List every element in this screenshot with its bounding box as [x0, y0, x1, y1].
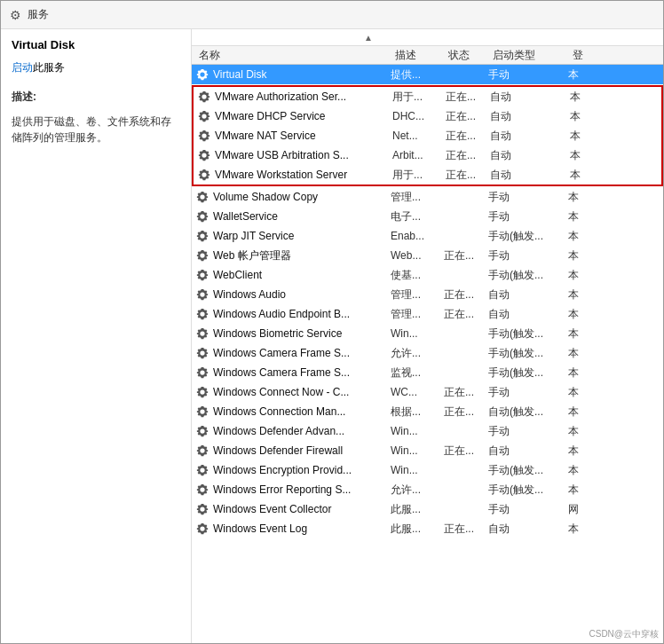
service-login: 本	[570, 168, 605, 183]
service-status: 正在...	[444, 385, 488, 400]
table-row[interactable]: Windows Error Reporting S...允许...手动(触发..…	[192, 480, 663, 499]
service-icon	[195, 248, 209, 263]
service-desc: Web...	[391, 249, 444, 262]
service-name: Windows Camera Frame S...	[213, 347, 391, 359]
service-startup: 手动	[488, 424, 568, 439]
table-row[interactable]: Windows Biometric ServiceWin...手动(触发...本	[192, 324, 663, 343]
table-body[interactable]: Virtual Disk提供...手动本 VMware Authorizatio…	[192, 65, 663, 643]
table-row[interactable]: Windows Camera Frame S...监视...手动(触发...本	[192, 363, 663, 382]
header-startup[interactable]: 启动类型	[493, 48, 573, 63]
service-startup: 自动	[490, 129, 570, 144]
service-icon	[197, 109, 211, 123]
service-startup: 自动	[488, 444, 568, 459]
table-row[interactable]: Windows Event Collector此服...手动网	[192, 499, 663, 519]
service-status: 正在...	[446, 109, 490, 124]
service-login: 本	[568, 444, 604, 459]
service-desc: 此服...	[391, 502, 444, 517]
title-bar: ⚙ 服务	[1, 1, 663, 29]
table-row[interactable]: Virtual Disk提供...手动本	[192, 65, 663, 84]
table-row[interactable]: Windows Audio Endpoint B...管理...正在...自动本	[192, 304, 663, 324]
service-login: 本	[568, 385, 604, 400]
service-login: 本	[570, 148, 605, 163]
service-startup: 手动(触发...	[488, 268, 568, 283]
service-login: 本	[568, 209, 604, 224]
service-name: Windows Encryption Provid...	[213, 464, 391, 476]
table-row[interactable]: Windows Encryption Provid...Win...手动(触发.…	[192, 460, 663, 480]
service-startup: 手动	[488, 502, 568, 517]
table-row[interactable]: Web 帐户管理器Web...正在...手动本	[192, 246, 663, 265]
service-name: VMware DHCP Service	[215, 110, 392, 122]
service-desc: Win...	[391, 444, 444, 457]
service-desc: 管理...	[391, 190, 444, 205]
service-icon	[197, 148, 211, 162]
service-icon	[197, 168, 211, 182]
service-status: 正在...	[446, 168, 490, 183]
table-row[interactable]: VMware NAT ServiceNet...正在...自动本	[194, 126, 661, 145]
service-icon	[195, 522, 209, 536]
main-content: Virtual Disk 启动此服务 描述: 提供用于磁盘、卷、文件系统和存储阵…	[1, 29, 663, 643]
service-icon	[195, 502, 209, 516]
table-row[interactable]: Volume Shadow Copy管理...手动本	[192, 187, 663, 207]
header-login[interactable]: 登	[573, 48, 608, 63]
table-row[interactable]: Windows Connect Now - C...WC...正在...手动本	[192, 382, 663, 402]
service-icon	[195, 365, 209, 380]
header-name[interactable]: 名称	[195, 48, 395, 63]
service-startup: 自动	[488, 307, 568, 322]
description-text: 提供用于磁盘、卷、文件系统和存储阵列的管理服务。	[12, 114, 180, 145]
service-name: WalletService	[213, 210, 391, 223]
service-desc: 用于...	[392, 90, 446, 105]
service-name: Virtual Disk	[213, 68, 391, 81]
service-status: 正在...	[444, 248, 488, 263]
table-row[interactable]: Windows Defender Advan...Win...手动本	[192, 421, 663, 441]
service-icon	[195, 326, 209, 341]
table-row[interactable]: WalletService电子...手动本	[192, 207, 663, 226]
table-header: 名称 描述 状态 启动类型 登	[192, 45, 663, 65]
sort-arrow-icon: ▲	[364, 33, 373, 43]
table-row[interactable]: VMware USB Arbitration S...Arbit...正在...…	[194, 145, 661, 165]
header-desc[interactable]: 描述	[395, 48, 448, 63]
service-desc: Net...	[392, 130, 446, 142]
table-row[interactable]: Warp JIT ServiceEnab...手动(触发...本	[192, 226, 663, 246]
action-suffix: 此服务	[33, 61, 65, 74]
service-name: Windows Biometric Service	[213, 327, 391, 340]
service-startup: 手动	[488, 67, 568, 82]
header-status[interactable]: 状态	[448, 48, 493, 63]
selected-service-name: Virtual Disk	[12, 38, 180, 51]
table-row[interactable]: Windows Camera Frame S...允许...手动(触发...本	[192, 343, 663, 363]
service-name: Windows Defender Firewall	[213, 444, 391, 457]
service-name: Windows Camera Frame S...	[213, 366, 391, 379]
table-row[interactable]: Windows Connection Man...根据...正在...自动(触发…	[192, 402, 663, 421]
vmware-group: VMware Authorization Ser...用于...正在...自动本…	[192, 85, 663, 186]
service-icon	[195, 463, 209, 477]
service-name: Windows Audio Endpoint B...	[213, 308, 391, 320]
service-login: 本	[570, 109, 605, 124]
service-desc: DHC...	[392, 110, 446, 122]
table-row[interactable]: WebClient使基...手动(触发...本	[192, 265, 663, 285]
service-status: 正在...	[444, 287, 488, 302]
service-login: 本	[568, 326, 604, 342]
service-name: Warp JIT Service	[213, 230, 391, 242]
service-status: 正在...	[444, 444, 488, 459]
service-name: VMware USB Arbitration S...	[215, 149, 392, 161]
service-icon	[195, 424, 209, 438]
table-row[interactable]: VMware DHCP ServiceDHC...正在...自动本	[194, 106, 661, 126]
service-name: Windows Error Reporting S...	[213, 483, 391, 496]
service-name: Windows Event Log	[213, 522, 391, 535]
service-startup: 自动	[490, 109, 570, 124]
start-service-link[interactable]: 启动	[12, 61, 33, 74]
table-row[interactable]: VMware Workstation Server用于...正在...自动本	[194, 165, 661, 185]
service-desc: 提供...	[391, 67, 444, 82]
service-startup: 手动(触发...	[488, 483, 568, 498]
service-login: 本	[568, 522, 604, 537]
service-login: 本	[568, 463, 604, 478]
table-row[interactable]: Windows Defender FirewallWin...正在...自动本	[192, 441, 663, 460]
service-login: 网	[568, 502, 604, 517]
service-login: 本	[568, 287, 604, 302]
service-startup: 手动	[488, 385, 568, 400]
service-name: VMware Authorization Ser...	[215, 90, 392, 103]
table-row[interactable]: VMware Authorization Ser...用于...正在...自动本	[194, 87, 661, 106]
table-row[interactable]: Windows Event Log此服...正在...自动本	[192, 519, 663, 538]
table-row[interactable]: Windows Audio管理...正在...自动本	[192, 285, 663, 304]
service-icon	[195, 67, 209, 82]
service-desc: Win...	[391, 425, 444, 437]
